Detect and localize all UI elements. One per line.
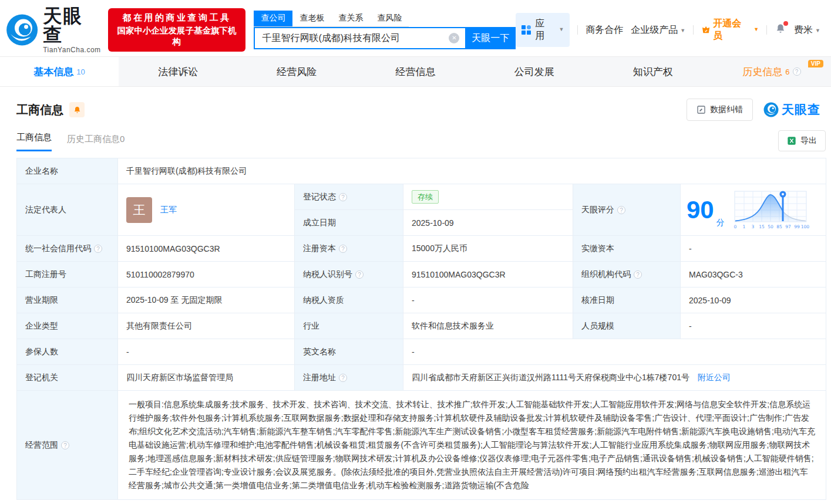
search-tab-relation[interactable]: 查关系 <box>331 11 370 26</box>
tab-label: 经营风险 <box>277 65 317 79</box>
tab-operational-risk[interactable]: 经营风险 <box>237 57 356 86</box>
establish-date-label: 成立日期 <box>295 210 403 236</box>
company-type-value: 其他有限责任公司 <box>118 313 295 339</box>
sub-tabs: 工商信息 历史工商信息0 导出 <box>0 121 831 151</box>
score-unit: 分 <box>716 218 725 228</box>
company-name-label: 企业名称 <box>17 158 118 184</box>
subtab-history-info[interactable]: 历史工商信息0 <box>67 134 125 151</box>
score-value: 90 <box>687 198 714 222</box>
label-text: 注册资本 <box>303 243 336 254</box>
menu-vip[interactable]: 开通会员 ▼ <box>701 18 759 42</box>
vip-label: 开通会员 <box>713 18 749 42</box>
search-tab-boss[interactable]: 查老板 <box>292 11 331 26</box>
subtab-current-info[interactable]: 工商信息 <box>16 132 52 151</box>
label-text: 统一社会信用代码 <box>25 243 91 254</box>
paid-capital-label: 实缴资本 <box>573 236 681 262</box>
svg-text:1: 1 <box>742 224 745 229</box>
score-cell: 90 分 <box>681 184 826 236</box>
tianyancha-logo-icon <box>763 102 779 117</box>
question-icon[interactable] <box>339 245 347 253</box>
excel-export-icon <box>787 136 796 146</box>
tab-label: 基本信息 <box>33 65 73 79</box>
export-button[interactable]: 导出 <box>778 130 826 151</box>
tab-label: 经营信息 <box>395 65 435 79</box>
data-correction-button[interactable]: 数据纠错 <box>687 99 753 121</box>
tab-count: 10 <box>76 67 85 76</box>
avatar[interactable]: 王 <box>126 197 152 223</box>
notification-bell-icon[interactable] <box>775 23 786 37</box>
tab-label: 公司发展 <box>514 65 554 79</box>
svg-text:3: 3 <box>751 224 754 229</box>
svg-text:99: 99 <box>794 224 800 229</box>
nearby-companies-link[interactable]: 附近公司 <box>698 373 731 382</box>
chevron-down-icon: ▼ <box>559 26 564 32</box>
label-text: 天眼评分 <box>581 205 614 215</box>
reg-number-label: 工商注册号 <box>17 262 118 287</box>
tab-business-info[interactable]: 经营信息 <box>356 57 475 86</box>
company-type-label: 企业类型 <box>17 313 118 339</box>
question-icon[interactable] <box>339 374 347 382</box>
export-label: 导出 <box>800 136 817 146</box>
enterprise-label: 企业级产品 <box>631 25 678 35</box>
menu-biz-coop[interactable]: 商务合作 <box>586 24 623 36</box>
legal-rep-label: 法定代表人 <box>17 184 118 236</box>
apps-menu[interactable]: 应用 ▼ <box>516 13 570 47</box>
reg-address-cell: 四川省成都市天府新区正兴街道汉州路1111号天府保税商业中心1栋7楼701号 附… <box>403 365 826 391</box>
question-icon[interactable] <box>61 441 69 449</box>
industry-value: 软件和信息技术服务业 <box>403 313 573 339</box>
insured-count-label: 参保人数 <box>17 339 118 365</box>
search-tab-company[interactable]: 查公司 <box>254 11 292 26</box>
notification-dot <box>783 21 788 26</box>
user-menu[interactable]: 费米▼ <box>794 24 820 36</box>
chevron-down-icon: ▼ <box>680 28 685 33</box>
approval-date-label: 核准日期 <box>573 287 681 313</box>
business-scope-value: 一般项目:信息系统集成服务;技术服务、技术开发、技术咨询、技术交流、技术转让、技… <box>118 391 826 500</box>
tab-intellectual-property[interactable]: 知识产权 <box>594 57 712 86</box>
table-row: 法定代表人 王 王军 登记状态 存续 天眼评分 90 分 <box>17 184 826 210</box>
business-term-value: 2025-10-09 至 无固定期限 <box>118 287 295 313</box>
question-icon[interactable] <box>634 270 642 279</box>
bell-icon <box>73 106 82 114</box>
correction-icon <box>697 105 706 114</box>
paid-capital-value: - <box>681 236 826 262</box>
tianyancha-logo[interactable]: 天眼查 TianYanCha.com <box>6 6 102 53</box>
table-row: 企业名称 千里智行网联(成都)科技有限公司 <box>17 158 826 184</box>
reg-number-value: 510110002879970 <box>118 262 295 287</box>
search-tab-risk[interactable]: 查风险 <box>370 11 409 26</box>
staff-size-label: 人员规模 <box>573 313 681 339</box>
svg-text:15: 15 <box>759 224 765 229</box>
reg-capital-value: 15000万人民币 <box>403 236 573 262</box>
subscribe-bell-button[interactable] <box>69 102 85 117</box>
tab-basic-info[interactable]: 基本信息 10 <box>0 57 119 86</box>
tab-company-development[interactable]: 公司发展 <box>475 57 594 86</box>
table-row: 统一社会信用代码 91510100MAG03QGC3R 注册资本 15000万人… <box>17 236 826 262</box>
question-icon[interactable] <box>339 193 347 201</box>
tab-legal-proceedings[interactable]: 法律诉讼 <box>119 57 237 86</box>
legal-rep-link[interactable]: 王军 <box>160 205 177 215</box>
taxpayer-id-value: 91510100MAG03QGC3R <box>403 262 573 287</box>
taxpayer-id-label: 纳税人识别号 <box>295 262 403 287</box>
tab-history-info[interactable]: VIP 历史信息 6 <box>712 57 831 86</box>
reg-address-label: 注册地址 <box>295 365 403 391</box>
menu-enterprise[interactable]: 企业级产品▼ <box>631 24 685 36</box>
question-icon[interactable] <box>793 67 801 76</box>
table-row: 营业期限 2025-10-09 至 无固定期限 纳税人资质 - 核准日期 202… <box>17 287 826 313</box>
legal-rep-cell: 王 王军 <box>118 184 295 236</box>
label-text: 纳税人识别号 <box>303 269 352 280</box>
svg-text:0: 0 <box>734 224 736 229</box>
english-name-value: - <box>403 339 826 365</box>
search-input[interactable] <box>254 27 465 49</box>
industry-label: 行业 <box>295 313 403 339</box>
score-distribution-chart: 0 1 3 15 50 85 97 99 100 <box>732 189 809 231</box>
svg-text:97: 97 <box>785 224 791 229</box>
search-button[interactable]: 天眼一下 <box>465 27 516 49</box>
username: 费米 <box>794 25 813 35</box>
question-icon[interactable] <box>94 245 102 253</box>
svg-text:50: 50 <box>768 224 773 229</box>
company-name-value: 千里智行网联(成都)科技有限公司 <box>118 158 826 184</box>
question-icon[interactable] <box>355 270 364 279</box>
question-icon[interactable] <box>617 206 625 214</box>
credit-code-value: 91510100MAG03QGC3R <box>118 236 295 262</box>
svg-text:85: 85 <box>776 224 782 229</box>
vip-badge: VIP <box>808 60 823 67</box>
